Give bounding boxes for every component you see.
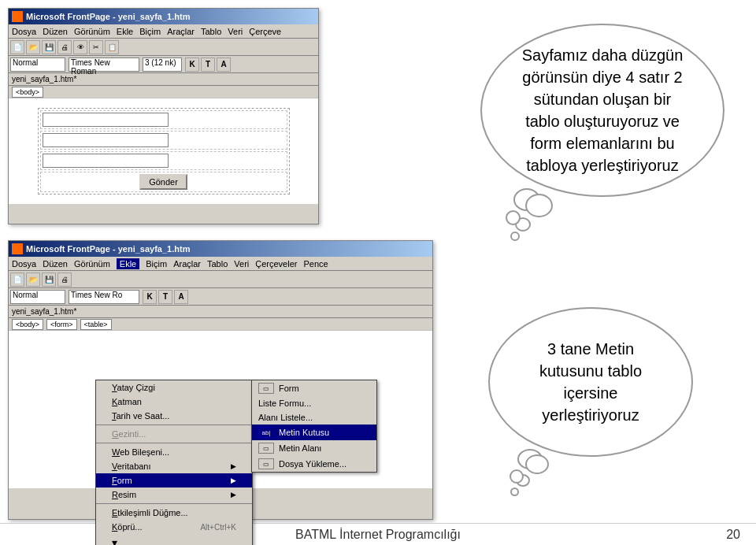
- b-menu-tablo[interactable]: Tablo: [207, 259, 228, 269]
- bubble-circle-4: [525, 454, 549, 474]
- bottom-title: Microsoft FrontPage - yeni_sayfa_1.htm: [26, 244, 190, 254]
- b-italic-btn[interactable]: T: [158, 290, 172, 304]
- body-tag: <body>: [12, 87, 43, 98]
- footer-page: 20: [726, 528, 740, 542]
- bottom-body-tag: <body> <form> <table>: [9, 318, 432, 331]
- underline-btn[interactable]: A: [217, 57, 231, 72]
- input-1[interactable]: [43, 113, 169, 127]
- gonder-button[interactable]: Gönder: [139, 174, 187, 190]
- bubble-circle-3: [510, 232, 520, 241]
- file-path: yeni_sayfa_1.htm*: [12, 75, 76, 83]
- menu-veri[interactable]: Veri: [228, 27, 243, 36]
- top-toolbar2: Normal Times New Roman 3 (12 nk) K T A: [9, 56, 318, 73]
- form-preview-table: Gönder: [38, 108, 290, 195]
- b-menu-pence[interactable]: Pence: [303, 259, 328, 269]
- b-menu-ekle[interactable]: Ekle: [117, 258, 139, 269]
- bubble-circle-6: [510, 488, 519, 496]
- menu-sep-1: [96, 425, 252, 425]
- bubble-top-text: Sayfamız daha düzgüngörünsün diye 4 satı…: [522, 44, 684, 176]
- submenu-metin-alani[interactable]: ▭ Metin Alanı: [252, 440, 376, 456]
- toolbar-btn-2[interactable]: 📂: [26, 40, 40, 54]
- b-menu-araclar[interactable]: Araçlar: [173, 259, 201, 269]
- b-menu-gorunum[interactable]: Görünüm: [74, 259, 110, 269]
- form-icon: ▭: [258, 383, 274, 394]
- app-icon: [12, 11, 23, 22]
- submenu-dosya-yukleme-label: Dosya Yükleme...: [279, 459, 346, 469]
- submenu-metin-kutusu-label: Metin Kutusu: [279, 428, 329, 437]
- top-body-tag: <body>: [9, 86, 318, 98]
- bold-btn[interactable]: K: [185, 57, 199, 72]
- b-style-dropdown[interactable]: Normal: [10, 290, 65, 304]
- font-dropdown[interactable]: Times New Roman: [69, 57, 139, 72]
- menu-web[interactable]: Web Bileşeni...: [96, 445, 252, 459]
- bubble-circle-2: [515, 217, 531, 232]
- menu-cerceve[interactable]: Çerçeve: [249, 27, 281, 36]
- menu-resim[interactable]: Resim ▶: [96, 488, 252, 502]
- menu-duzen[interactable]: Düzen: [43, 27, 68, 36]
- b-menu-dosya[interactable]: Dosya: [12, 259, 36, 269]
- bottom-toolbar2: Normal Times New Ro K T A: [9, 288, 432, 306]
- toolbar-btn-7[interactable]: 📋: [105, 40, 119, 54]
- menu-dosya[interactable]: Dosya: [12, 27, 36, 36]
- footer-label: BATML İnternet Programcılığı: [295, 528, 461, 542]
- submenu-metin-kutusu[interactable]: ab| Metin Kutusu: [252, 425, 376, 440]
- b-body-tag: <body>: [12, 319, 43, 330]
- menu-katman[interactable]: Katman: [96, 395, 252, 409]
- b-menu-duzen[interactable]: Düzen: [43, 259, 68, 269]
- b-menu-cerceveler[interactable]: Çerçeveler: [255, 259, 297, 269]
- bottom-titlebar: Microsoft FrontPage - yeni_sayfa_1.htm: [9, 241, 432, 257]
- b-menu-bicim[interactable]: Biçim: [146, 259, 167, 269]
- b-toolbar-2[interactable]: 📂: [26, 272, 40, 287]
- submenu-form[interactable]: ▭ Form: [252, 380, 376, 396]
- b-font-dropdown[interactable]: Times New Ro: [69, 290, 139, 304]
- top-path: yeni_sayfa_1.htm*: [9, 73, 318, 86]
- b-menu-veri[interactable]: Veri: [234, 259, 249, 269]
- menu-bicim[interactable]: Biçim: [139, 27, 161, 36]
- toolbar-btn-1[interactable]: 📄: [10, 40, 24, 54]
- b-toolbar-1[interactable]: 📄: [10, 272, 24, 287]
- thought-bubble-bottom: 3 tane Metinkutusunu tabloiçersineyerleş…: [488, 307, 693, 457]
- menu-veritabani[interactable]: Veritabanı ▶: [96, 459, 252, 473]
- metin-kutusu-icon: ab|: [258, 427, 274, 438]
- submenu-alani-listele[interactable]: Alanı Listele...: [252, 410, 376, 425]
- b-underline-btn[interactable]: A: [174, 290, 188, 304]
- menu-etkilesimli[interactable]: Etkileşimli Düğme...: [96, 506, 252, 520]
- submenu-form-label: Form: [279, 384, 299, 393]
- menu-more[interactable]: ▾: [96, 534, 252, 545]
- menu-araclar[interactable]: Araçlar: [167, 27, 195, 36]
- menu-gorunum[interactable]: Görünüm: [74, 27, 110, 36]
- bubble-circle-5: [516, 474, 530, 487]
- toolbar-btn-4[interactable]: 🖨: [57, 40, 72, 54]
- italic-btn[interactable]: T: [201, 57, 215, 72]
- toolbar-btn-6[interactable]: ✂: [89, 40, 103, 54]
- submenu-liste-formu[interactable]: Liste Formu...: [252, 396, 376, 410]
- submenu-dosya-yukleme[interactable]: ▭ Dosya Yükleme...: [252, 456, 376, 472]
- menu-sep-3: [96, 503, 252, 504]
- menu-kopru[interactable]: Köprü... Alt+Ctrl+K: [96, 520, 252, 534]
- style-dropdown[interactable]: Normal: [10, 57, 65, 72]
- toolbar-btn-5[interactable]: 👁: [73, 40, 87, 54]
- top-screenshot: Microsoft FrontPage - yeni_sayfa_1.htm D…: [8, 8, 319, 224]
- b-toolbar-3[interactable]: 💾: [42, 272, 56, 287]
- app-icon-2: [12, 243, 23, 254]
- input-2[interactable]: [43, 133, 169, 147]
- form-submenu: ▭ Form Liste Formu... Alanı Listele... a…: [251, 380, 377, 473]
- input-3[interactable]: [43, 154, 169, 168]
- b-bold-btn[interactable]: K: [143, 290, 157, 304]
- b-toolbar-4[interactable]: 🖨: [57, 272, 72, 287]
- b-table-tag: <table>: [80, 319, 112, 330]
- b-file-path: yeni_sayfa_1.htm*: [12, 307, 76, 316]
- top-menubar: Dosya Düzen Görünüm Ekle Biçim Araçlar T…: [9, 24, 318, 39]
- submenu-alani-label: Alanı Listele...: [258, 413, 313, 422]
- menu-tablo[interactable]: Tablo: [201, 27, 221, 36]
- b-format-buttons: K T A: [143, 290, 188, 304]
- menu-form[interactable]: Form ▶: [96, 473, 252, 488]
- menu-ekle[interactable]: Ekle: [117, 27, 133, 36]
- bottom-menubar: Dosya Düzen Görünüm Ekle Biçim Araçlar T…: [9, 257, 432, 271]
- size-dropdown[interactable]: 3 (12 nk): [143, 57, 182, 72]
- bottom-content: Yatay Çizgi Katman Tarih ve Saat... Gezi…: [9, 331, 432, 488]
- menu-yatay-cizgi[interactable]: Yatay Çizgi: [96, 380, 252, 395]
- menu-tarih[interactable]: Tarih ve Saat...: [96, 409, 252, 423]
- dosya-yukleme-icon: ▭: [258, 458, 274, 469]
- toolbar-btn-3[interactable]: 💾: [42, 40, 56, 54]
